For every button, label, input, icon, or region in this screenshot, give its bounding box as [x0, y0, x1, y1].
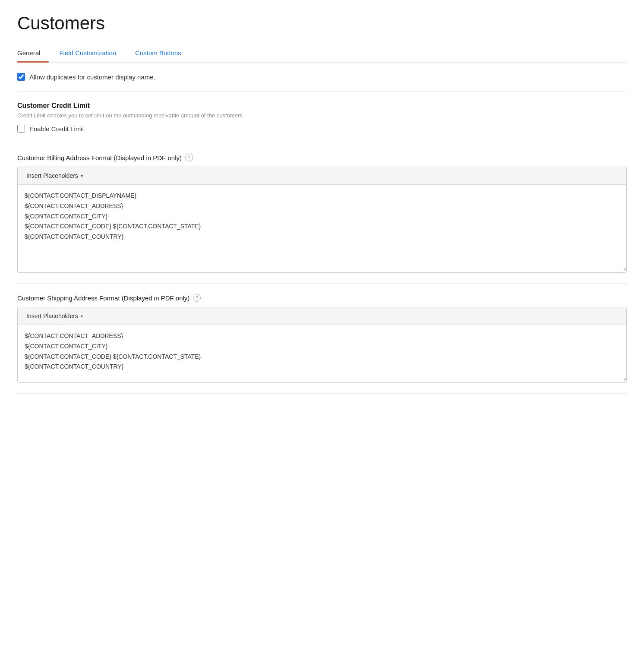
billing-insert-placeholder-button[interactable]: Insert Placeholders ▾	[25, 171, 85, 180]
billing-insert-label: Insert Placeholders	[26, 172, 78, 179]
tab-general[interactable]: General	[17, 44, 49, 62]
billing-address-text: Customer Billing Address Format (Display…	[17, 154, 182, 161]
credit-limit-desc: Credit Limit enables you to set limit on…	[17, 112, 627, 119]
shipping-address-text: Customer Shipping Address Format (Displa…	[17, 294, 189, 302]
billing-address-section: Customer Billing Address Format (Display…	[17, 143, 627, 284]
enable-credit-limit-row[interactable]: Enable Credit Limit	[17, 125, 627, 133]
tab-field-customization[interactable]: Field Customization	[59, 44, 125, 62]
enable-credit-limit-label: Enable Credit Limit	[29, 125, 84, 133]
shipping-address-help-icon[interactable]: ?	[193, 294, 201, 302]
shipping-address-editor: Insert Placeholders ▾ ${CONTACT.CONTACT_…	[17, 307, 627, 383]
billing-address-help-icon[interactable]: ?	[185, 154, 193, 161]
duplicate-checkbox-label: Allow duplicates for customer display na…	[29, 73, 155, 81]
tabs-container: General Field Customization Custom Butto…	[17, 44, 627, 63]
billing-address-textarea[interactable]: ${CONTACT.CONTACT_DISPLAYNAME} ${CONTACT…	[18, 185, 626, 271]
credit-limit-section: Customer Credit Limit Credit Limit enabl…	[17, 92, 627, 143]
billing-address-editor: Insert Placeholders ▾ ${CONTACT.CONTACT_…	[17, 167, 627, 273]
billing-address-label: Customer Billing Address Format (Display…	[17, 154, 627, 161]
billing-toolbar: Insert Placeholders ▾	[18, 167, 626, 185]
tab-custom-buttons[interactable]: Custom Buttons	[135, 44, 190, 62]
shipping-address-label: Customer Shipping Address Format (Displa…	[17, 294, 627, 302]
credit-limit-title: Customer Credit Limit	[17, 102, 627, 110]
duplicate-checkbox[interactable]	[17, 73, 25, 81]
shipping-toolbar: Insert Placeholders ▾	[18, 307, 626, 325]
enable-credit-limit-checkbox[interactable]	[17, 125, 25, 133]
shipping-address-section: Customer Shipping Address Format (Displa…	[17, 284, 627, 394]
page-title: Customers	[17, 13, 627, 34]
shipping-dropdown-arrow-icon: ▾	[81, 314, 83, 319]
shipping-insert-label: Insert Placeholders	[26, 313, 78, 319]
duplicate-section: Allow duplicates for customer display na…	[17, 63, 627, 92]
billing-dropdown-arrow-icon: ▾	[81, 174, 83, 178]
shipping-address-textarea[interactable]: ${CONTACT.CONTACT_ADDRESS} ${CONTACT.CON…	[18, 325, 626, 381]
shipping-insert-placeholder-button[interactable]: Insert Placeholders ▾	[25, 312, 85, 320]
duplicate-checkbox-row[interactable]: Allow duplicates for customer display na…	[17, 73, 627, 81]
